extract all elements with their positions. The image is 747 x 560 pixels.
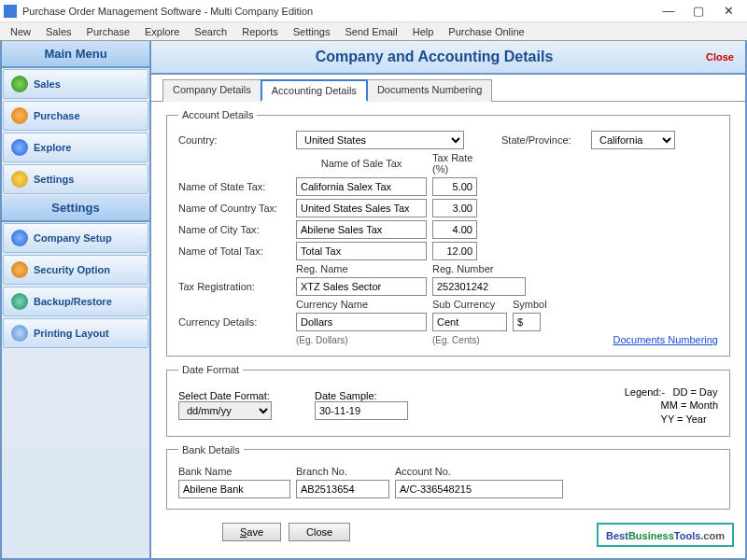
date-format-select[interactable]: dd/mm/yy <box>178 401 272 420</box>
country-label: Country: <box>178 134 290 146</box>
sidebar-printing[interactable]: Printing Layout <box>3 318 148 348</box>
explore-icon <box>11 139 28 156</box>
menu-purchase-online[interactable]: Purchase Online <box>442 24 530 39</box>
branch-header: Branch No. <box>296 466 389 477</box>
branch-input[interactable] <box>296 480 389 498</box>
country-tax-label: Name of Country Tax: <box>178 203 290 214</box>
documents-numbering-link[interactable]: Documents Numbering <box>613 334 719 345</box>
country-select[interactable]: United States <box>296 131 464 149</box>
close-window-button[interactable]: ✕ <box>713 2 743 21</box>
settings-header: Settings <box>2 195 149 222</box>
menu-purchase[interactable]: Purchase <box>80 24 136 39</box>
total-rate-input[interactable] <box>432 242 477 260</box>
bank-legend: Bank Details <box>178 444 244 455</box>
page-header: Company and Accounting Details Close <box>151 41 745 75</box>
reg-name-input[interactable] <box>296 277 427 296</box>
account-header: Account No. <box>395 466 563 477</box>
date-sample-input[interactable] <box>315 401 408 420</box>
minimize-button[interactable]: — <box>654 2 684 21</box>
legend-mm: MM = Month <box>661 399 718 411</box>
sidebar: Main Menu Sales Purchase Explore Setting… <box>2 41 151 558</box>
reg-name-header: Reg. Name <box>296 263 427 274</box>
eg-dollars: (Eg. Dollars) <box>296 335 427 345</box>
account-details-group: Account Details Country: United States S… <box>166 109 730 357</box>
tax-rate-header: Tax Rate (%) <box>432 152 488 175</box>
city-tax-input[interactable] <box>296 220 427 239</box>
page-close-link[interactable]: Close <box>706 51 734 63</box>
menu-settings[interactable]: Settings <box>287 24 337 39</box>
reg-num-header: Reg. Number <box>432 263 526 274</box>
state-rate-input[interactable] <box>432 177 477 196</box>
bank-name-input[interactable] <box>178 480 290 498</box>
legend-label: Legend:- <box>625 386 665 398</box>
state-label: State/Province: <box>501 134 585 146</box>
total-tax-label: Name of Total Tax: <box>178 245 290 257</box>
date-sample-label: Date Sample: <box>315 390 445 401</box>
menu-help[interactable]: Help <box>406 24 441 39</box>
currency-name-header: Currency Name <box>296 299 427 310</box>
currency-label: Currency Details: <box>178 316 290 328</box>
bank-name-header: Bank Name <box>178 466 290 477</box>
city-tax-label: Name of City Tax: <box>178 224 290 235</box>
maximize-button[interactable]: ▢ <box>684 2 713 21</box>
state-tax-input[interactable] <box>296 177 427 196</box>
menu-reports[interactable]: Reports <box>235 24 285 39</box>
sidebar-sales[interactable]: Sales <box>3 69 148 99</box>
sidebar-security[interactable]: Security Option <box>3 255 148 285</box>
sidebar-explore[interactable]: Explore <box>3 133 148 162</box>
menu-search[interactable]: Search <box>188 24 233 39</box>
tab-documents-numbering[interactable]: Documents Numbering <box>367 79 493 102</box>
print-icon <box>11 325 28 342</box>
legend-yy: YY = Year <box>661 413 707 425</box>
account-input[interactable] <box>395 480 563 498</box>
sub-currency-header: Sub Currency <box>432 299 507 310</box>
currency-name-input[interactable] <box>296 313 427 331</box>
sidebar-company-setup[interactable]: Company Setup <box>3 223 148 253</box>
close-button[interactable]: Close <box>289 523 350 541</box>
account-legend: Account Details <box>178 109 257 120</box>
state-select[interactable]: California <box>591 131 675 149</box>
menu-new[interactable]: New <box>4 24 37 39</box>
menu-sales[interactable]: Sales <box>39 24 78 39</box>
sidebar-backup[interactable]: Backup/Restore <box>3 287 148 316</box>
purchase-icon <box>11 107 28 124</box>
symbol-input[interactable] <box>513 313 541 331</box>
sub-currency-input[interactable] <box>432 313 507 331</box>
menu-explore[interactable]: Explore <box>138 24 186 39</box>
sales-icon <box>11 76 28 92</box>
main-menu-header: Main Menu <box>2 41 149 68</box>
menu-send-email[interactable]: Send Email <box>338 24 403 39</box>
tab-company-details[interactable]: Company Details <box>162 79 261 102</box>
date-format-group: Date Format Select Date Format: dd/mm/yy… <box>166 364 730 437</box>
save-button[interactable]: Save <box>222 523 281 541</box>
date-format-legend: Date Format <box>178 364 243 375</box>
sidebar-settings[interactable]: Settings <box>3 164 148 194</box>
state-tax-label: Name of State Tax: <box>178 181 290 192</box>
eg-cents: (Eg. Cents) <box>432 335 507 345</box>
window-title: Purchase Order Management Software - Mul… <box>22 6 654 17</box>
app-icon <box>4 5 17 18</box>
sale-tax-header: Name of Sale Tax <box>296 158 427 169</box>
tax-reg-label: Tax Registration: <box>178 281 290 292</box>
legend-dd: DD = Day <box>672 386 717 398</box>
lock-icon <box>11 261 28 278</box>
watermark: BestBusinessTools.com <box>597 523 734 547</box>
page-title: Company and Accounting Details <box>162 49 706 65</box>
country-rate-input[interactable] <box>432 199 477 217</box>
company-icon <box>11 230 28 246</box>
tab-accounting-details[interactable]: Accounting Details <box>261 79 368 102</box>
date-format-label: Select Date Format: <box>178 390 309 401</box>
menubar: New Sales Purchase Explore Search Report… <box>0 22 747 41</box>
sidebar-purchase[interactable]: Purchase <box>3 101 148 131</box>
symbol-header: Symbol <box>513 299 559 310</box>
titlebar: Purchase Order Management Software - Mul… <box>0 0 747 22</box>
reg-num-input[interactable] <box>432 277 526 296</box>
bank-details-group: Bank Details Bank Name Branch No. Accoun… <box>166 444 730 510</box>
disk-icon <box>11 293 28 310</box>
tabs: Company Details Accounting Details Docum… <box>151 75 745 102</box>
city-rate-input[interactable] <box>432 220 477 239</box>
gear-icon <box>11 171 28 188</box>
country-tax-input[interactable] <box>296 199 427 217</box>
total-tax-input[interactable] <box>296 242 427 260</box>
